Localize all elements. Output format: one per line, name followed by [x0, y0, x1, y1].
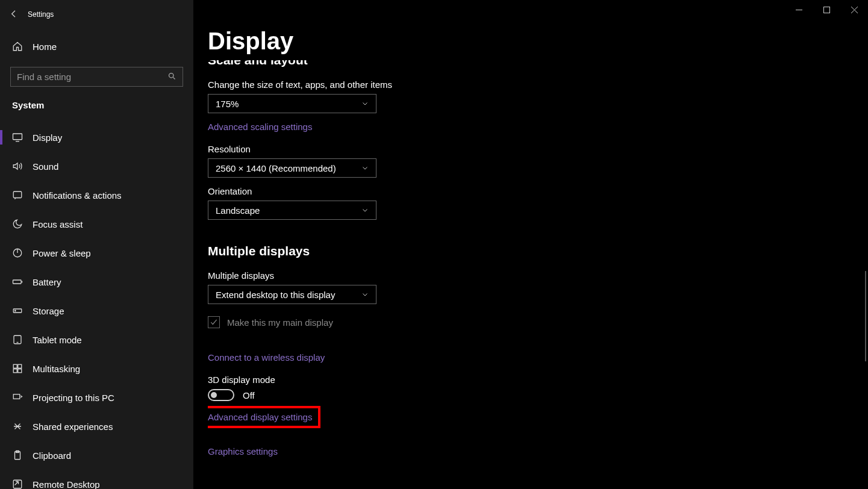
sidebar-item-label: Battery: [33, 277, 61, 287]
sidebar-item-sound[interactable]: Sound: [0, 152, 193, 181]
sidebar-item-label: Sound: [33, 161, 58, 172]
section-scale-layout-title: Scale and layout: [208, 55, 308, 67]
svg-rect-10: [13, 369, 17, 373]
sidebar-item-battery[interactable]: Battery: [0, 267, 193, 296]
sidebar-item-label: Tablet mode: [33, 335, 82, 345]
project-icon: [12, 392, 23, 403]
mode-3d-label: 3D display mode: [208, 375, 629, 385]
scrollbar[interactable]: [865, 271, 866, 361]
shared-icon: [12, 421, 23, 432]
main-panel: Display Scale and layout Change the size…: [193, 0, 868, 489]
sidebar-panel: Settings Home System DisplaySoundNotific…: [0, 0, 193, 489]
titlebar: Settings: [0, 5, 193, 24]
svg-point-6: [15, 310, 16, 311]
close-button[interactable]: [840, 0, 868, 19]
home-icon: [12, 41, 23, 52]
svg-rect-16: [823, 7, 829, 13]
sidebar-item-label: Shared experiences: [33, 422, 113, 432]
main-display-checkbox: Make this my main display: [208, 316, 629, 328]
resolution-label: Resolution: [208, 144, 629, 154]
content-scroll-area[interactable]: Scale and layout Change the size of text…: [208, 55, 862, 489]
chevron-down-icon: [361, 163, 369, 173]
svg-rect-11: [18, 369, 22, 373]
svg-rect-9: [18, 364, 22, 368]
multiple-displays-dropdown-value: Extend desktop to this display: [216, 290, 335, 300]
sidebar-item-projecting-to-this-pc[interactable]: Projecting to this PC: [0, 383, 193, 412]
scale-label: Change the size of text, apps, and other…: [208, 79, 629, 90]
multitask-icon: [12, 363, 23, 374]
battery-icon: [12, 276, 23, 287]
sidebar-item-shared-experiences[interactable]: Shared experiences: [0, 412, 193, 441]
mode-3d-toggle[interactable]: [208, 389, 234, 401]
scale-dropdown-value: 175%: [216, 99, 239, 109]
window-title: Settings: [28, 10, 54, 19]
home-label: Home: [33, 42, 57, 52]
search-icon: [167, 72, 176, 83]
section-multiple-displays-title: Multiple displays: [208, 244, 629, 258]
resolution-dropdown-value: 2560 × 1440 (Recommended): [216, 163, 336, 173]
home-nav[interactable]: Home: [0, 32, 193, 61]
svg-rect-2: [13, 192, 22, 198]
resolution-dropdown[interactable]: 2560 × 1440 (Recommended): [208, 158, 376, 178]
svg-rect-1: [13, 134, 22, 140]
connect-wireless-link[interactable]: Connect to a wireless display: [208, 352, 325, 363]
orientation-dropdown-value: Landscape: [216, 205, 260, 216]
sidebar-item-display[interactable]: Display: [0, 123, 193, 152]
main-display-checkbox-label: Make this my main display: [227, 317, 333, 328]
minimize-button[interactable]: [785, 0, 813, 19]
sidebar-category-label: System: [12, 100, 193, 110]
sidebar-item-label: Storage: [33, 306, 64, 316]
multiple-displays-label: Multiple displays: [208, 270, 629, 281]
tablet-icon: [12, 334, 23, 345]
window-controls: [785, 0, 868, 19]
storage-icon: [12, 305, 23, 316]
sidebar-item-multitasking[interactable]: Multitasking: [0, 354, 193, 383]
sidebar-item-label: Projecting to this PC: [33, 393, 114, 403]
svg-rect-12: [13, 394, 20, 399]
chevron-down-icon: [361, 290, 369, 300]
page-heading: Display: [208, 28, 293, 55]
checkbox-checked-icon: [208, 316, 220, 328]
maximize-button[interactable]: [813, 0, 840, 19]
sidebar-item-label: Focus assist: [33, 219, 83, 229]
orientation-label: Orientation: [208, 186, 629, 196]
sidebar-item-label: Remote Desktop: [33, 479, 100, 490]
monitor-icon: [12, 132, 23, 143]
toggle-knob-icon: [211, 392, 217, 398]
nav-list: DisplaySoundNotifications & actionsFocus…: [0, 123, 193, 489]
clipboard-icon: [12, 450, 23, 461]
sidebar-item-clipboard[interactable]: Clipboard: [0, 441, 193, 470]
advanced-display-settings-link[interactable]: Advanced display settings: [208, 412, 312, 422]
chevron-down-icon: [361, 205, 369, 216]
sidebar-item-notifications-actions[interactable]: Notifications & actions: [0, 181, 193, 210]
notifications-icon: [12, 190, 23, 201]
svg-point-0: [169, 73, 174, 78]
sidebar-item-power-sleep[interactable]: Power & sleep: [0, 238, 193, 267]
back-arrow-icon: [9, 9, 19, 20]
scale-dropdown[interactable]: 175%: [208, 94, 376, 113]
svg-rect-4: [13, 280, 22, 284]
sidebar-item-tablet-mode[interactable]: Tablet mode: [0, 325, 193, 354]
sidebar-item-label: Multitasking: [33, 364, 80, 374]
back-button[interactable]: [0, 5, 28, 24]
search-input[interactable]: [17, 72, 167, 82]
remote-icon: [12, 479, 23, 489]
chevron-down-icon: [361, 99, 369, 109]
moon-icon: [12, 219, 23, 229]
sidebar-item-focus-assist[interactable]: Focus assist: [0, 210, 193, 238]
mode-3d-toggle-state: Off: [243, 390, 255, 400]
multiple-displays-dropdown[interactable]: Extend desktop to this display: [208, 285, 376, 304]
sidebar-item-label: Notifications & actions: [33, 190, 122, 201]
sidebar-item-label: Power & sleep: [33, 248, 91, 258]
graphics-settings-link[interactable]: Graphics settings: [208, 446, 278, 456]
sidebar-item-storage[interactable]: Storage: [0, 296, 193, 325]
sound-icon: [12, 161, 23, 172]
sidebar-item-remote-desktop[interactable]: Remote Desktop: [0, 470, 193, 489]
power-icon: [12, 248, 23, 258]
orientation-dropdown[interactable]: Landscape: [208, 201, 376, 220]
advanced-scaling-link[interactable]: Advanced scaling settings: [208, 122, 312, 132]
highlight-annotation: Advanced display settings: [208, 406, 320, 428]
sidebar-item-label: Display: [33, 132, 62, 143]
sidebar-item-label: Clipboard: [33, 450, 71, 461]
search-box[interactable]: [10, 67, 183, 87]
